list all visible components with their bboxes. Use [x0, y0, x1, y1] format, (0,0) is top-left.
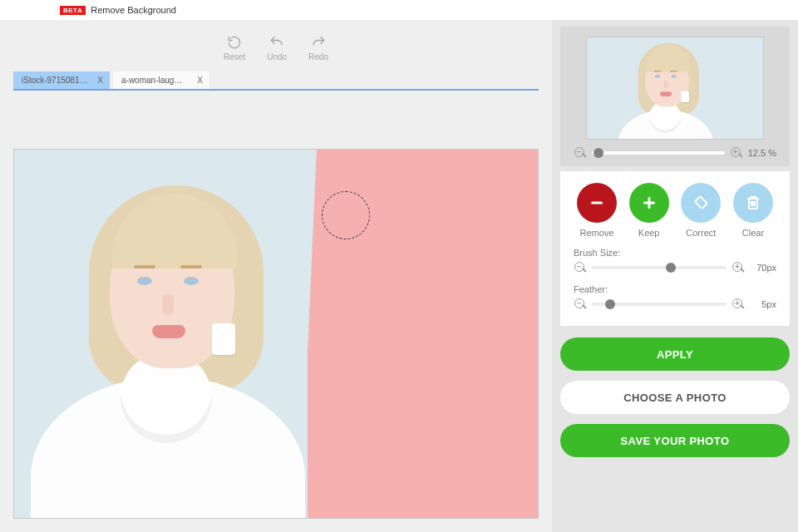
brush-size-value: 70px — [750, 263, 776, 273]
zoom-control: − + 12.5 % — [570, 146, 780, 160]
tab-close-icon[interactable]: X — [197, 76, 203, 85]
image-tabbar: iStock-9715081… X a-woman-laug… X — [13, 71, 539, 91]
undo-label: Undo — [267, 52, 287, 62]
sidebar: − + 12.5 % Remove — [552, 20, 798, 532]
brush-size-plus-icon[interactable]: + — [732, 261, 745, 274]
body: Reset Undo Redo — [0, 20, 798, 532]
brush-size-label: Brush Size: — [574, 248, 776, 258]
undo-button[interactable]: Undo — [267, 34, 287, 62]
canvas-image — [14, 150, 538, 518]
feather-minus-icon[interactable]: − — [574, 298, 587, 311]
zoom-value: 12.5 % — [748, 148, 776, 158]
reset-label: Reset — [224, 52, 245, 62]
brush-cursor — [322, 191, 370, 239]
page-title: Remove Background — [91, 5, 176, 15]
tab-image-2[interactable]: a-woman-laug… X — [113, 71, 209, 89]
remove-label: Remove — [580, 228, 614, 238]
reset-button[interactable]: Reset — [224, 34, 245, 62]
zoom-in-icon[interactable]: + — [730, 146, 743, 160]
tab-label: a-woman-laug… — [121, 76, 182, 85]
svg-rect-2 — [648, 197, 650, 209]
clear-tool[interactable]: Clear — [730, 183, 776, 238]
clear-label: Clear — [742, 228, 764, 238]
choose-label: CHOOSE A PHOTO — [623, 392, 727, 404]
choose-photo-button[interactable]: CHOOSE A PHOTO — [560, 381, 790, 414]
svg-rect-0 — [591, 202, 603, 204]
svg-rect-3 — [695, 196, 707, 209]
trash-icon — [733, 183, 773, 223]
redo-button[interactable]: Redo — [308, 34, 328, 62]
editor-pane: Reset Undo Redo — [0, 20, 552, 532]
redo-icon — [310, 34, 327, 51]
minus-icon — [577, 183, 617, 223]
action-buttons: APPLY CHOOSE A PHOTO SAVE YOUR PHOTO — [552, 331, 798, 457]
apply-label: APPLY — [657, 348, 693, 361]
brush-size-control: Brush Size: − + 70px — [574, 248, 776, 274]
tab-label: iStock-9715081… — [22, 76, 88, 85]
feather-control: Feather: − + 5px — [574, 284, 776, 311]
correct-label: Correct — [686, 228, 716, 238]
keep-label: Keep — [638, 228, 660, 238]
app-header: BETA Remove Background — [0, 0, 798, 20]
reset-icon — [226, 34, 243, 51]
tools-panel: Remove Keep — [560, 171, 790, 326]
undo-icon — [268, 34, 285, 51]
tab-close-icon[interactable]: X — [97, 76, 103, 85]
preview-panel: − + 12.5 % — [560, 27, 790, 166]
eraser-icon — [681, 183, 721, 223]
feather-value: 5px — [750, 299, 776, 309]
apply-button[interactable]: APPLY — [560, 337, 790, 371]
plus-icon — [629, 183, 669, 223]
canvas[interactable] — [13, 149, 539, 519]
save-label: SAVE YOUR PHOTO — [621, 435, 730, 447]
zoom-out-icon[interactable]: − — [574, 146, 587, 160]
correct-tool[interactable]: Correct — [677, 183, 724, 238]
keep-tool[interactable]: Keep — [626, 183, 672, 238]
feather-slider[interactable] — [592, 303, 727, 306]
redo-label: Redo — [308, 52, 328, 62]
brush-size-minus-icon[interactable]: − — [574, 261, 587, 274]
feather-plus-icon[interactable]: + — [732, 298, 745, 311]
zoom-slider[interactable] — [592, 151, 725, 155]
beta-badge: BETA — [60, 6, 86, 15]
history-toolbar: Reset Undo Redo — [13, 20, 539, 70]
tab-image-1[interactable]: iStock-9715081… X — [13, 71, 110, 89]
app-root: BETA Remove Background Reset — [0, 0, 798, 532]
save-photo-button[interactable]: SAVE YOUR PHOTO — [560, 424, 790, 457]
feather-label: Feather: — [574, 284, 776, 294]
remove-tool[interactable]: Remove — [574, 183, 620, 238]
brush-size-slider[interactable] — [592, 266, 727, 269]
preview-thumbnail[interactable] — [586, 37, 764, 140]
